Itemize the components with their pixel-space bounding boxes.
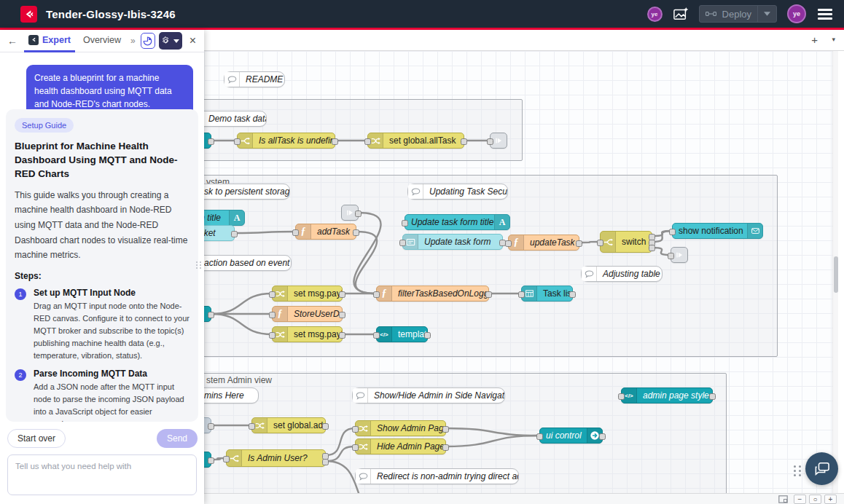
output-port[interactable] <box>339 312 345 318</box>
flow-node-ch3[interactable]: set msg.payload <box>272 326 343 342</box>
output-port[interactable] <box>485 291 492 298</box>
panel-resize-handle[interactable] <box>196 261 202 269</box>
flow-list-caret-icon[interactable]: ▾ <box>832 36 835 43</box>
input-port[interactable] <box>352 426 359 433</box>
tabs-overflow-icon[interactable]: » <box>129 36 137 46</box>
flow-node-ch4[interactable]: set global.admins <box>251 417 326 433</box>
input-port[interactable] <box>487 138 493 145</box>
output-port[interactable] <box>442 444 449 451</box>
input-port[interactable] <box>505 240 512 247</box>
output-port[interactable] <box>339 332 345 339</box>
flow-node-ch2[interactable]: set msg.payload <box>272 286 343 302</box>
start-over-button[interactable]: Start over <box>7 429 66 448</box>
usage-chart-button[interactable] <box>141 33 155 49</box>
flow-node-lo2[interactable] <box>671 247 688 263</box>
input-port[interactable] <box>373 332 380 339</box>
input-port[interactable] <box>223 456 230 462</box>
output-port[interactable] <box>332 138 338 145</box>
flow-node-ch5[interactable]: Show Admin Page <box>355 420 446 436</box>
output-port[interactable] <box>208 312 214 318</box>
settings-dropdown-button[interactable] <box>159 32 182 50</box>
flow-node-lo1[interactable] <box>490 133 507 149</box>
input-port[interactable] <box>352 444 359 451</box>
flow-node-c-shna[interactable]: Show/Hide Admin in Side Navigation <box>352 387 505 403</box>
input-port[interactable] <box>669 229 676 235</box>
output-port[interactable] <box>569 291 576 298</box>
close-sidebar-icon[interactable]: × <box>186 34 200 47</box>
input-port[interactable] <box>249 423 255 430</box>
deploy-button[interactable]: Deploy <box>699 5 777 23</box>
flow-node-c-demo[interactable]: Demo task data <box>204 111 267 127</box>
output-port[interactable] <box>649 245 655 251</box>
flow-node-c-save[interactable]: sk to persistent storage <box>204 184 290 200</box>
flow-node-f-add[interactable]: ƒaddTask <box>295 224 356 240</box>
input-port[interactable] <box>364 138 371 145</box>
flow-node-lk2[interactable] <box>341 205 359 221</box>
minimap-toggle-icon[interactable] <box>778 495 788 503</box>
output-port[interactable] <box>322 459 329 465</box>
user-avatar[interactable]: ye <box>787 4 806 23</box>
scrollbar-thumb[interactable] <box>834 256 838 293</box>
output-port[interactable] <box>576 240 582 247</box>
canvas-vertical-scrollbar[interactable] <box>832 51 838 493</box>
send-button[interactable]: Send <box>157 429 198 448</box>
zoom-out-button[interactable]: − <box>794 495 806 504</box>
output-port[interactable] <box>322 423 329 430</box>
flow-node-sw3[interactable]: Is Admin User? <box>226 449 326 467</box>
input-port[interactable] <box>402 220 408 227</box>
output-port[interactable] <box>208 423 214 430</box>
flow-node-n-uic[interactable]: ui control <box>539 428 603 444</box>
flow-node-stub4[interactable] <box>204 452 211 468</box>
flow-node-n-title1[interactable]: m titleA <box>204 210 245 226</box>
flow-node-c-redir[interactable]: Redirect is non-admin trying direct acce… <box>355 468 519 484</box>
output-port[interactable] <box>353 229 359 236</box>
flow-node-c-act[interactable]: action based on event <box>204 255 292 271</box>
back-arrow-icon[interactable]: ← <box>4 35 20 47</box>
input-port[interactable] <box>269 332 276 339</box>
flow-canvas[interactable]: stem Admin viewystem READMEDemo task dat… <box>204 51 838 493</box>
assistant-drag-handle[interactable] <box>794 465 802 476</box>
tab-expert[interactable]: Expert <box>24 30 75 52</box>
assistant-chat-button[interactable] <box>805 452 838 485</box>
input-port[interactable] <box>292 229 299 236</box>
flow-node-sw2[interactable]: switch <box>600 231 652 253</box>
flow-node-c-adj[interactable]: Adjusting table <box>581 266 663 282</box>
input-port[interactable] <box>399 240 406 246</box>
output-port[interactable] <box>709 393 716 400</box>
add-flow-button[interactable]: + <box>811 34 818 46</box>
tab-overview[interactable]: Overview <box>79 30 125 52</box>
input-port[interactable] <box>269 312 276 318</box>
flow-node-c-upd[interactable]: Updating Task Securely <box>407 184 508 200</box>
input-port[interactable] <box>518 291 525 298</box>
assistant-input[interactable] <box>7 454 197 495</box>
flow-node-stub3[interactable] <box>204 417 211 433</box>
main-menu-icon[interactable] <box>816 7 834 21</box>
flowfuse-logo-icon[interactable] <box>20 6 37 23</box>
input-port[interactable] <box>668 253 674 259</box>
flow-node-ch1[interactable]: set global.allTask <box>367 133 464 149</box>
zoom-reset-button[interactable]: ○ <box>809 495 821 504</box>
assistant-image-icon[interactable] <box>673 7 689 21</box>
flow-node-n-tpl[interactable]: </>template <box>376 326 428 342</box>
flow-node-n-aps[interactable]: </>admin page style <box>621 387 713 403</box>
flow-node-readme[interactable]: README <box>224 71 285 87</box>
zoom-in-button[interactable]: + <box>824 495 837 504</box>
output-port[interactable] <box>208 138 214 145</box>
flow-node-n-utf[interactable]: Update task form <box>402 234 503 250</box>
flow-node-n-utft[interactable]: Update task form titleA <box>405 214 510 230</box>
team-avatar[interactable]: ye <box>647 7 663 22</box>
flow-node-f-filter[interactable]: ƒfilterTaskBasedOnLoggedUser <box>376 286 489 302</box>
input-port[interactable] <box>597 240 603 246</box>
input-port[interactable] <box>234 138 241 145</box>
output-port[interactable] <box>442 426 449 433</box>
flow-node-n-ticket[interactable]: icket <box>204 225 235 241</box>
output-port[interactable] <box>355 210 362 217</box>
flow-node-sw1[interactable]: Is allTask is undefined <box>237 133 335 149</box>
flow-node-stub1[interactable] <box>204 133 211 149</box>
input-port[interactable] <box>536 433 543 440</box>
flow-node-c-admins[interactable]: mins Here <box>204 387 259 403</box>
flow-node-f-upd[interactable]: ƒupdateTask <box>508 235 579 251</box>
flow-node-stub2[interactable] <box>204 306 211 322</box>
output-port[interactable] <box>208 457 214 464</box>
output-port[interactable] <box>599 433 606 440</box>
